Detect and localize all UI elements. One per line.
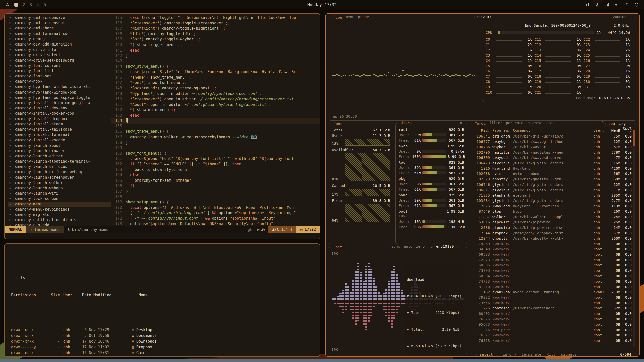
- process-row[interactable]: 81310 kworker/ root 0B 0.0: [474, 284, 632, 289]
- process-row[interactable]: 76575 kworker/ root 0B 0.0: [474, 316, 632, 322]
- process-row[interactable]: 106786 waybar /usr/bin/waybar dhh 67M 0.…: [474, 144, 632, 150]
- process-row[interactable]: 102796 nautilus /usr/bin/nautilus --new …: [474, 150, 632, 155]
- process-row[interactable]: 102638 nvim nvim --embed dhh 56M 0.0: [474, 171, 632, 176]
- process-row[interactable]: 16 rcu_pree root 0B 0.0: [474, 327, 632, 332]
- file-tree-item[interactable]: ∗omarchy-drive-info: [8, 47, 111, 52]
- workspace-2[interactable]: 2: [23, 2, 25, 7]
- process-row[interactable]: 74733 kworker/ root 0B 0.0: [474, 279, 632, 284]
- file-tree-item[interactable]: ∗omarchy-install-vscode: [8, 138, 111, 143]
- process-row[interactable]: 106541 org.gnom /usr/bin/gjs /usr/lib/o …: [474, 133, 632, 139]
- file-tree-item[interactable]: ∗omarchy-hyprland-window-pop: [8, 90, 111, 95]
- meter-icon[interactable]: [605, 2, 610, 7]
- file-tree-item[interactable]: ∗omarchy-font-list: [8, 68, 111, 74]
- command-line[interactable]: [5, 233, 320, 239]
- file-tree-item[interactable]: ∗omarchy-font-current: [8, 63, 111, 68]
- sort-column-selector[interactable]: 5‹ cpu lazy ›: [600, 121, 632, 126]
- net-updown-icon[interactable]: [585, 2, 590, 7]
- workspace-active-indicator[interactable]: [14, 3, 18, 7]
- process-row[interactable]: 2075 Xwayland Xwayland :1 -rootless - dh…: [474, 203, 632, 209]
- process-row[interactable]: 12044 ghostty /usr/bin/ghostty --gtk- dh…: [474, 236, 632, 241]
- process-row[interactable]: 68402 kworker/ root 0B 0.0: [474, 311, 632, 316]
- process-row[interactable]: 2544 dropbox /home/dhh/.dropbox-dist dhh…: [474, 230, 632, 236]
- file-tree-item[interactable]: ∗omarchy-launch-walker: [8, 180, 111, 186]
- kill-key[interactable]: Kill: [547, 352, 555, 356]
- process-row[interactable]: 71835 elephant elephant dhh 385M 0.0: [474, 193, 632, 198]
- file-tree-item[interactable]: ∗omarchy-launch-wifi: [8, 191, 111, 196]
- process-row[interactable]: 2586 pipewire /usr/bin/pipewire-pulse dh…: [474, 225, 632, 230]
- refresh-ms-control[interactable]: − 2000ms +: [606, 15, 632, 19]
- process-row[interactable]: 68583 kworker/ root 0B 0.0: [474, 252, 632, 257]
- bluetooth-icon[interactable]: [595, 2, 600, 7]
- process-row[interactable]: 73703 kworker/ root 0B 0.0: [474, 268, 632, 273]
- volume-icon[interactable]: [615, 2, 619, 7]
- tree-button[interactable]: tree: [546, 121, 555, 125]
- file-tree-item[interactable]: ∗omarchy-cmd-screensaver: [8, 15, 111, 20]
- workspace-4[interactable]: 4: [36, 2, 39, 7]
- process-row[interactable]: 106746 glycin-i /usr/lib/glycin-loaders …: [474, 182, 632, 187]
- file-tree-item[interactable]: ∗omarchy-launch-editor: [8, 154, 111, 159]
- file-tree-item[interactable]: ∗omarchy-cmd-terminal-cwd: [8, 31, 111, 36]
- process-row[interactable]: 74869 kworker/ root 0B 0.0: [474, 241, 632, 246]
- per-core-button[interactable]: per-core: [506, 121, 524, 125]
- file-tree-item[interactable]: ∗omarchy-lock-screen: [8, 196, 111, 201]
- process-row[interactable]: 106811 glycin-i /usr/lib/glycin-loaders …: [474, 187, 632, 193]
- file-tree-item[interactable]: ∗omarchy-cmd-share: [8, 26, 111, 31]
- workspace-5[interactable]: 5: [44, 2, 46, 7]
- process-row[interactable]: 106777 swaybg /usr/bin/swaybg -i /hom dh…: [474, 139, 632, 144]
- file-tree-item[interactable]: ∗omarchy-notification-dismiss: [8, 217, 111, 223]
- process-row[interactable]: 87649 btop btop dhh 26M 0.0: [474, 209, 632, 214]
- file-tree-item[interactable]: ∗omarchy-install-dev-env: [8, 106, 111, 111]
- process-row[interactable]: 79032 kworker/ root 0B 0.0: [474, 295, 632, 300]
- file-tree-item[interactable]: ∗omarchy-dev-add-migration: [8, 42, 111, 47]
- process-row[interactable]: 76313 kworker/ root 0B 0.0: [474, 338, 632, 343]
- file-tree-item[interactable]: ∗omarchy-launch-browser: [8, 148, 111, 154]
- editor[interactable]: 135 case $(menu "Toggle" "▢ Screensaver\…: [111, 14, 320, 226]
- window-terminal-files[interactable]: ~›ls Permissions Size User Date Modified…: [4, 243, 320, 357]
- io-mode-button[interactable]: io: [456, 121, 464, 125]
- file-tree-item[interactable]: ∗omarchy-font-set: [8, 74, 111, 79]
- preset-button[interactable]: preset: [358, 15, 371, 19]
- file-tree-item[interactable]: ∗omarchy-cmd-screenshot: [8, 20, 111, 26]
- process-row[interactable]: 106809 swayosd- /usr/bin/swayosd-server …: [474, 155, 632, 160]
- process-row[interactable]: 87573 ghostty /usr/bin/ghostty --gtk- dh…: [474, 176, 632, 182]
- proc-scrollbar[interactable]: [633, 130, 635, 347]
- process-row[interactable]: 72073 kworker/ root 0B 0.0: [474, 257, 632, 262]
- process-row[interactable]: 106473 glycin-i /usr/lib/glycin-loaders …: [474, 160, 632, 166]
- info-key[interactable]: info ↵: [503, 352, 516, 356]
- wifi-icon[interactable]: [624, 2, 629, 7]
- window-neovim[interactable]: ∗omarchy-cmd-screensaver ∗omarchy-cmd-sc…: [4, 13, 320, 239]
- filter-button[interactable]: filter: [489, 121, 502, 125]
- file-tree-item[interactable]: ∗omarchy-hook: [8, 79, 111, 84]
- file-tree-item[interactable]: ∗omarchy-install-chromium-google-a: [8, 100, 111, 106]
- file-tree-item[interactable]: ∗omarchy-launch-screensaver: [8, 175, 111, 180]
- file-tree-item[interactable]: ∗omarchy-migrate: [8, 212, 111, 217]
- file-tree-item[interactable]: ∗omarchy-drive-set-password: [8, 58, 111, 63]
- file-tree-item[interactable]: ∗omarchy-pkg-add: [8, 223, 111, 226]
- process-row[interactable]: 68584 kworker/ root 0B 0.0: [474, 273, 632, 279]
- process-row[interactable]: 68586 kworker/ root 0B 0.0: [474, 262, 632, 268]
- file-tree-item[interactable]: ∗omarchy-install-terminal: [8, 132, 111, 138]
- signals-key[interactable]: signals: [561, 352, 576, 356]
- workspace-3[interactable]: 3: [30, 2, 32, 7]
- file-tree-item[interactable]: ∗omarchy-launch-about: [8, 143, 111, 148]
- process-row[interactable]: 95673 kworker/ root 0B 0.0: [474, 322, 632, 327]
- process-row[interactable]: 1275 containe /usr/bin/containerd root 5…: [474, 306, 632, 311]
- process-row[interactable]: 76577 kworker/ root 0B 0.0: [474, 332, 632, 338]
- file-tree-item[interactable]: ∗omarchy-menu: [8, 202, 111, 207]
- process-row[interactable]: 1162 avahi-da avahi-daemon: running [ av…: [474, 289, 632, 295]
- process-row[interactable]: 73656 kworker/ root 0B 0.0: [474, 300, 632, 305]
- file-tree-item[interactable]: ∗omarchy-install-tailscale: [8, 127, 111, 132]
- reverse-button[interactable]: reverse: [527, 121, 542, 125]
- window-btop[interactable]: 1cpu menu preset 17:32:47 − 2000ms + up …: [325, 13, 640, 357]
- file-tree-item[interactable]: ∗omarchy-launch-or-focus: [8, 164, 111, 169]
- terminate-key[interactable]: terminate: [521, 352, 541, 356]
- process-row[interactable]: 103684 glycin-i /usr/lib/glycin-loaders …: [474, 198, 632, 203]
- file-tree-item[interactable]: ∗omarchy-hyprland-window-close-all: [8, 84, 111, 89]
- process-row[interactable]: 1916 Hyprland Hyprland dhh 420M 0.0: [474, 166, 632, 171]
- file-tree-item[interactable]: ∗omarchy-install-dropbox: [8, 116, 111, 122]
- process-row[interactable]: 63816 pipewire /usr/bin/pipewire dhh 25M…: [474, 219, 632, 225]
- menu-button[interactable]: menu: [346, 15, 354, 19]
- process-row[interactable]: 71837 walker /usr/bin/walker --gappl dhh…: [474, 214, 632, 219]
- process-row[interactable]: 94540 kworker/ root 0B 0.0: [474, 246, 632, 252]
- file-tree-item[interactable]: ∗omarchy-install-steam: [8, 122, 111, 127]
